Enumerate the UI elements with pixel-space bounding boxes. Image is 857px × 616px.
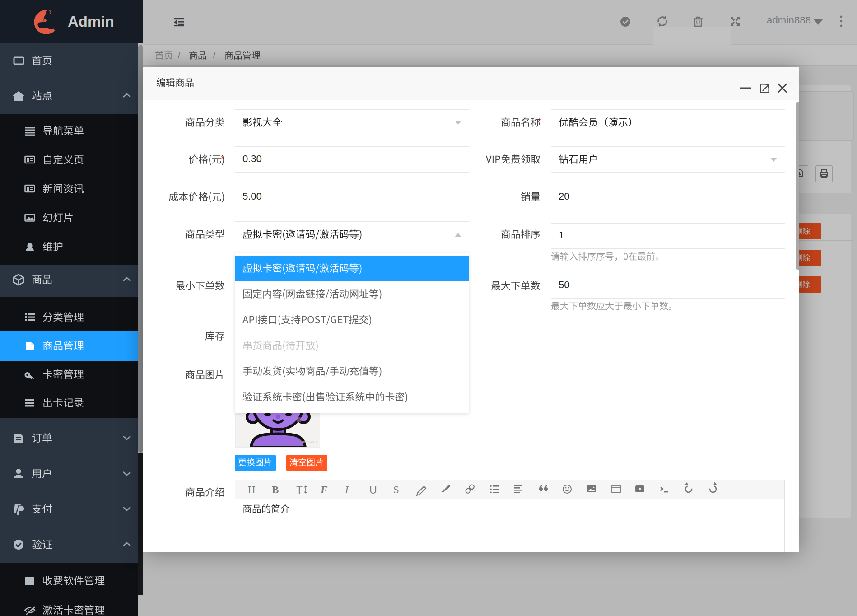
svg-text:00:5P4J: 00:5P4J — [302, 440, 317, 444]
